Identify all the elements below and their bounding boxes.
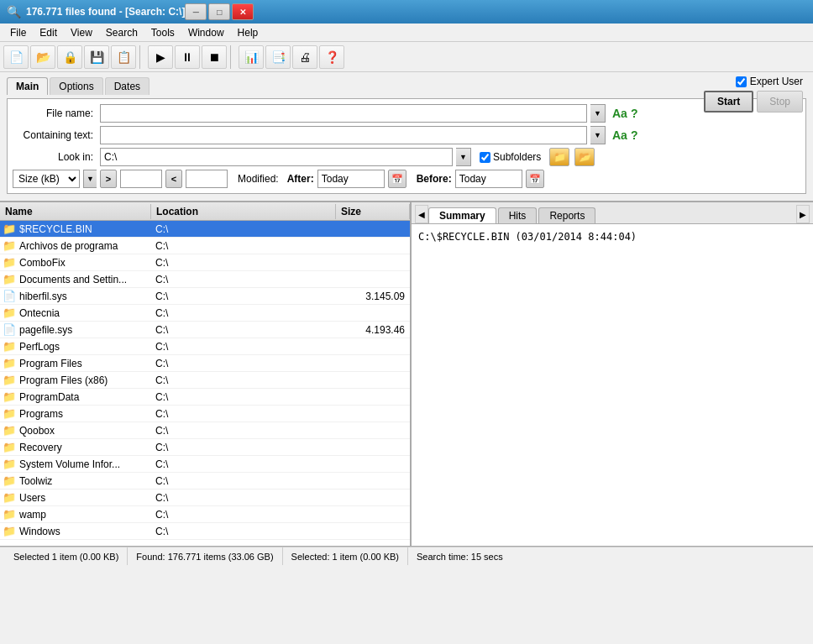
filename-label: File name:	[13, 107, 97, 119]
col-header-name[interactable]: Name	[0, 204, 151, 219]
containing-text-dropdown[interactable]: ▼	[590, 126, 606, 144]
toolbar-open-button[interactable]: 📂	[30, 45, 55, 69]
before-calendar-button[interactable]: 📅	[526, 170, 544, 188]
file-row[interactable]: 📁wampC:\	[0, 506, 410, 523]
file-row[interactable]: 📄hiberfil.sysC:\3.145.09	[0, 288, 410, 305]
title-bar: 🔍 176.771 files found - [Search: C:\] ─ …	[0, 0, 813, 24]
toolbar-stop-button[interactable]: ⏹	[202, 45, 227, 69]
menu-tools[interactable]: Tools	[144, 25, 181, 40]
toolbar-print-button[interactable]: 🖨	[292, 45, 317, 69]
app-icon: 🔍	[7, 5, 21, 18]
toolbar-clipboard-button[interactable]: 📋	[111, 45, 136, 69]
tab-dates[interactable]: Dates	[105, 77, 149, 95]
filename-input[interactable]	[100, 104, 587, 123]
size-dropdown[interactable]: ▼	[83, 170, 97, 188]
rtab-hits[interactable]: Hits	[498, 207, 538, 223]
size-max-input[interactable]	[186, 170, 228, 188]
filename-row: File name: ▼ Aa ?	[13, 104, 800, 123]
search-panel: Main Options Dates Expert User Start Sto…	[0, 72, 813, 202]
filename-dropdown[interactable]: ▼	[590, 104, 606, 123]
file-row[interactable]: 📁System Volume Infor...C:\	[0, 456, 410, 473]
file-row[interactable]: 📁WindowsC:\	[0, 523, 410, 540]
after-calendar-button[interactable]: 📅	[388, 170, 406, 188]
size-less-btn[interactable]: <	[165, 170, 182, 188]
right-nav-right-button[interactable]: ▶	[796, 205, 810, 223]
size-modified-row: Size (kB) Size (MB) Size (GB) ▼ > < Modi…	[13, 170, 800, 188]
rtab-summary[interactable]: Summary	[428, 207, 496, 223]
toolbar-report-button[interactable]: 📑	[265, 45, 291, 69]
toolbar-play-button[interactable]: ▶	[148, 45, 173, 69]
rtab-reports[interactable]: Reports	[538, 207, 595, 223]
menu-help[interactable]: Help	[231, 25, 265, 40]
file-name: Users	[19, 492, 155, 504]
after-date-input[interactable]	[317, 170, 385, 188]
status-selected: Selected 1 item (0.00 KB)	[5, 547, 128, 565]
file-name: Archivos de programa	[19, 240, 155, 252]
toolbar-separator-1	[139, 45, 144, 69]
file-row[interactable]: 📁ProgramDataC:\	[0, 389, 410, 406]
size-select[interactable]: Size (kB) Size (MB) Size (GB)	[13, 170, 80, 188]
lookin-input[interactable]	[100, 148, 453, 166]
file-row[interactable]: 📁PerfLogsC:\	[0, 338, 410, 355]
toolbar-save-button[interactable]: 💾	[84, 45, 109, 69]
file-row[interactable]: 📁ProgramsC:\	[0, 406, 410, 422]
file-row[interactable]: 📁ComboFixC:\	[0, 254, 410, 271]
file-list-header: Name Location Size	[0, 202, 410, 221]
file-location: C:\	[155, 408, 340, 420]
minimize-button[interactable]: ─	[185, 3, 207, 20]
file-row[interactable]: 📁Program FilesC:\	[0, 355, 410, 372]
close-button[interactable]: ✕	[232, 3, 254, 20]
tab-main[interactable]: Main	[7, 77, 48, 95]
toolbar-lock-button[interactable]: 🔒	[57, 45, 82, 69]
file-location: C:\	[155, 274, 340, 285]
file-row[interactable]: 📄pagefile.sysC:\4.193.46	[0, 322, 410, 338]
menu-file[interactable]: File	[3, 25, 33, 40]
search-tabs: Main Options Dates	[7, 77, 806, 95]
toolbar-chart-button[interactable]: 📊	[239, 45, 264, 69]
expert-user-checkbox[interactable]	[736, 76, 747, 87]
file-row[interactable]: 📁QooboxC:\	[0, 422, 410, 439]
file-row[interactable]: 📁Archivos de programaC:\	[0, 238, 410, 254]
tab-options[interactable]: Options	[50, 77, 102, 95]
file-name: Windows	[19, 526, 155, 537]
folder-browse-button2[interactable]: 📂	[574, 148, 595, 166]
toolbar-help-button[interactable]: ❓	[319, 45, 344, 69]
folder-browse-button[interactable]: 📁	[549, 148, 569, 166]
size-min-input[interactable]	[120, 170, 162, 188]
file-row[interactable]: 📁Program Files (x86)C:\	[0, 372, 410, 389]
file-row[interactable]: 📁ToolwizC:\	[0, 473, 410, 490]
start-button[interactable]: Start	[704, 91, 753, 113]
status-found: Found: 176.771 items (33.06 GB)	[128, 547, 282, 565]
menu-edit[interactable]: Edit	[33, 25, 64, 40]
containing-text-help[interactable]: ?	[631, 128, 638, 142]
toolbar-pause-button[interactable]: ⏸	[175, 45, 200, 69]
filename-help[interactable]: ?	[631, 107, 638, 120]
subfolders-container: Subfolders	[480, 151, 541, 163]
menu-view[interactable]: View	[64, 25, 99, 40]
file-icon: 📄	[2, 323, 17, 337]
file-list-body: 📁$RECYCLE.BINC:\📁Archivos de programaC:\…	[0, 221, 410, 546]
expert-user-label: Expert User	[750, 76, 803, 87]
subfolders-checkbox[interactable]	[480, 152, 490, 163]
lookin-dropdown[interactable]: ▼	[456, 148, 471, 166]
before-date-input[interactable]	[455, 170, 522, 188]
file-location: C:\	[155, 458, 340, 470]
col-header-location[interactable]: Location	[151, 204, 336, 219]
menu-window[interactable]: Window	[181, 25, 231, 40]
containing-text-input[interactable]	[100, 126, 587, 144]
menu-search[interactable]: Search	[99, 25, 144, 40]
folder-icon: 📁	[2, 340, 17, 353]
file-location: C:\	[155, 291, 340, 302]
file-row[interactable]: 📁UsersC:\	[0, 490, 410, 506]
col-header-size[interactable]: Size	[336, 204, 410, 219]
right-panel-tabs: ◀ Summary Hits Reports ▶	[412, 202, 813, 224]
right-nav-left-button[interactable]: ◀	[415, 205, 428, 223]
file-row[interactable]: 📁$RECYCLE.BINC:\	[0, 221, 410, 238]
file-icon: 📄	[2, 290, 17, 303]
maximize-button[interactable]: □	[208, 3, 230, 20]
file-row[interactable]: 📁RecoveryC:\	[0, 439, 410, 456]
toolbar-new-button[interactable]: 📄	[3, 45, 29, 69]
file-row[interactable]: 📁Documents and Settin...C:\	[0, 271, 410, 288]
file-row[interactable]: 📁OntecniaC:\	[0, 305, 410, 322]
size-greater-btn[interactable]: >	[100, 170, 117, 188]
